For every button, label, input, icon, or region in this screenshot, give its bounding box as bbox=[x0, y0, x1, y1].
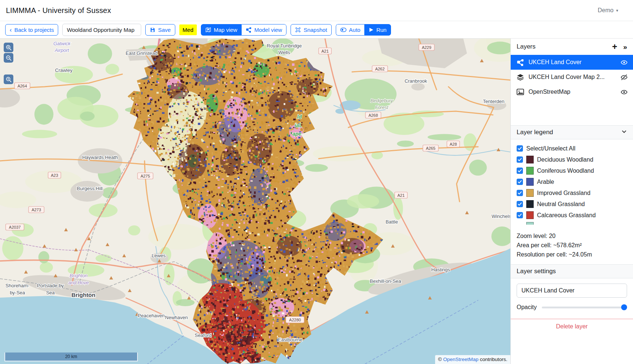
legend-checkbox[interactable] bbox=[517, 190, 523, 196]
run-button[interactable]: Run bbox=[364, 24, 391, 36]
svg-text:A21: A21 bbox=[397, 193, 405, 198]
svg-text:Seaford: Seaford bbox=[195, 332, 212, 338]
eye-icon[interactable] bbox=[620, 59, 628, 66]
svg-text:A264: A264 bbox=[17, 84, 27, 88]
svg-text:Battle: Battle bbox=[385, 219, 398, 225]
svg-text:A262: A262 bbox=[375, 67, 385, 71]
legend-row-5[interactable]: Calcareous Grassland bbox=[517, 211, 627, 219]
eye-off-icon[interactable] bbox=[620, 74, 628, 80]
zoom-to-extent-button[interactable] bbox=[4, 75, 13, 84]
zoom-in-button[interactable] bbox=[4, 43, 13, 52]
chevron-left-icon: ‹ bbox=[10, 27, 12, 33]
layer-name-input[interactable] bbox=[517, 284, 627, 298]
project-name-input[interactable] bbox=[62, 24, 141, 36]
legend-checkbox[interactable] bbox=[517, 168, 523, 174]
map-view-button[interactable]: Map view bbox=[201, 24, 241, 36]
legend-row-3[interactable]: Improved Grassland bbox=[517, 189, 627, 197]
layers-panel-header: Layers + » bbox=[511, 39, 633, 55]
opacity-slider-thumb[interactable] bbox=[621, 304, 627, 310]
back-to-projects-button[interactable]: ‹ Back to projects bbox=[5, 24, 58, 36]
svg-text:Forest: Forest bbox=[375, 105, 388, 110]
delete-layer-section: Delete layer bbox=[511, 319, 633, 334]
page-title: LIMMMA - University of Sussex bbox=[6, 6, 111, 15]
openstreetmap-link[interactable]: OpenStreetMap bbox=[443, 357, 478, 362]
map-view-label: Map view bbox=[214, 27, 237, 33]
legend-color-swatch bbox=[526, 200, 534, 208]
opacity-slider[interactable] bbox=[542, 304, 627, 310]
svg-text:Newhaven: Newhaven bbox=[165, 315, 188, 320]
collapse-sidebar-icon[interactable]: » bbox=[623, 43, 627, 50]
eye-icon[interactable] bbox=[620, 89, 628, 95]
svg-text:ial: ial bbox=[295, 122, 301, 128]
back-to-projects-label: Back to projects bbox=[14, 27, 54, 33]
user-menu[interactable]: Demo ▾ bbox=[598, 7, 618, 14]
run-group: Auto Run bbox=[336, 24, 391, 36]
svg-text:A275: A275 bbox=[140, 174, 150, 178]
legend-color-swatch bbox=[526, 178, 534, 186]
right-sidebar: Layers + » UKCEH Land CoverUKCEH Land Co… bbox=[510, 39, 633, 364]
app-header: LIMMMA - University of Sussex Demo ▾ bbox=[0, 0, 633, 21]
legend-row-4[interactable]: Neutral Grassland bbox=[517, 200, 627, 208]
svg-text:A229: A229 bbox=[422, 45, 431, 50]
chevron-down-icon[interactable] bbox=[621, 129, 627, 136]
layers-spacer bbox=[511, 102, 633, 125]
add-layer-icon[interactable]: + bbox=[612, 42, 617, 51]
svg-text:Brighton: Brighton bbox=[72, 292, 96, 298]
map-svg[interactable]: A264A23A273A2037A275A21A262A229A268A28A2… bbox=[0, 39, 510, 364]
svg-text:Brighton: Brighton bbox=[70, 273, 87, 278]
legend-checkbox[interactable] bbox=[517, 145, 523, 152]
svg-text:Hastings: Hastings bbox=[431, 267, 450, 272]
layer-row-2[interactable]: OpenStreetMap bbox=[511, 85, 633, 99]
map-canvas[interactable]: A264A23A273A2037A275A21A262A229A268A28A2… bbox=[0, 39, 510, 364]
layers-panel-title: Layers bbox=[517, 43, 536, 50]
layer-settings-title: Layer settings bbox=[517, 268, 556, 275]
legend-color-swatch bbox=[526, 156, 534, 163]
legend-checkbox[interactable] bbox=[517, 179, 523, 185]
opacity-label: Opacity bbox=[517, 304, 537, 311]
delete-layer-button[interactable]: Delete layer bbox=[556, 323, 587, 330]
svg-text:A273: A273 bbox=[32, 208, 41, 212]
svg-text:Sea: Sea bbox=[46, 290, 55, 295]
layer-legend-header: Layer legend bbox=[511, 125, 633, 139]
legend-row-0[interactable]: Deciduous Woodland bbox=[517, 155, 627, 164]
layers-list: UKCEH Land CoverUKCEH Land Cover Map 2..… bbox=[511, 55, 633, 102]
scale-bar-label: 20 km bbox=[65, 354, 77, 359]
svg-text:Bedgebury: Bedgebury bbox=[371, 98, 393, 103]
legend-select-all-row[interactable]: Select/Unselect All bbox=[517, 144, 627, 153]
save-label: Save bbox=[158, 27, 170, 33]
svg-text:Peacehaven: Peacehaven bbox=[138, 313, 165, 318]
zoom-level-text: Zoom level: 20 bbox=[517, 231, 627, 241]
layer-row-0[interactable]: UKCEH Land Cover bbox=[511, 55, 633, 70]
auto-toggle-icon bbox=[340, 27, 347, 33]
scale-bar: 20 km bbox=[4, 353, 138, 361]
save-icon bbox=[150, 27, 155, 33]
legend-color-swatch bbox=[526, 211, 534, 219]
legend-row-2[interactable]: Arable bbox=[517, 178, 627, 186]
save-button[interactable]: Save bbox=[145, 24, 175, 36]
model-view-label: Model view bbox=[254, 27, 282, 33]
legend-color-swatch bbox=[526, 167, 534, 175]
legend-checkbox[interactable] bbox=[517, 201, 523, 207]
svg-text:A265: A265 bbox=[426, 146, 435, 150]
model-view-button[interactable]: Model view bbox=[241, 24, 286, 36]
legend-row-1[interactable]: Coniferous Woodland bbox=[517, 166, 627, 175]
attribution-suffix: contributors. bbox=[478, 357, 507, 362]
svg-text:A2280: A2280 bbox=[289, 318, 301, 322]
map-attribution: © OpenStreetMap contributors. bbox=[435, 355, 510, 364]
legend-item-label: Neutral Grassland bbox=[537, 201, 585, 208]
layer-row-1[interactable]: UKCEH Land Cover Map 2... bbox=[511, 70, 633, 85]
med-status-badge: Med bbox=[179, 24, 197, 35]
user-menu-label: Demo bbox=[598, 7, 614, 14]
legend-checkbox[interactable] bbox=[517, 212, 523, 218]
snapshot-button[interactable]: Snapshot bbox=[291, 24, 331, 36]
svg-text:A23: A23 bbox=[51, 173, 58, 178]
legend-item-label: Arable bbox=[537, 179, 554, 185]
legend-item-label: Deciduous Woodland bbox=[537, 156, 593, 163]
legend-checkbox[interactable] bbox=[517, 156, 523, 163]
layer-label: OpenStreetMap bbox=[528, 89, 620, 95]
svg-text:Crawley: Crawley bbox=[55, 67, 73, 73]
svg-text:Airport: Airport bbox=[54, 47, 70, 53]
map-icon bbox=[205, 27, 211, 33]
zoom-out-button[interactable] bbox=[4, 53, 13, 63]
auto-toggle-button[interactable]: Auto bbox=[336, 24, 365, 36]
